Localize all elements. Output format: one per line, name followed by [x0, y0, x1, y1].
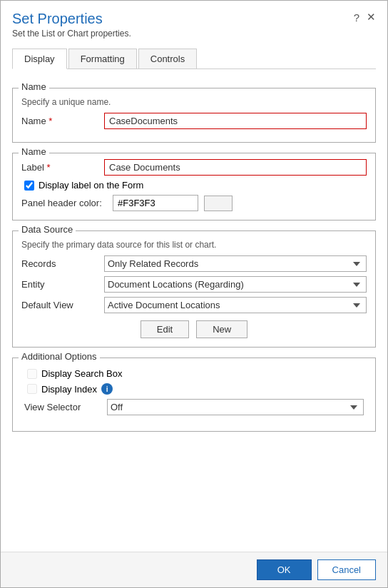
additional-options-section: Additional Options Display Search Box Di…	[12, 358, 376, 432]
dialog-subtitle: Set the List or Chart properties.	[12, 29, 131, 39]
name-label: Name *	[21, 116, 100, 126]
entity-row: Entity Document Locations (Regarding) Ot…	[21, 276, 367, 293]
ok-button[interactable]: OK	[257, 559, 312, 580]
label-label: Label *	[21, 162, 100, 173]
help-button[interactable]: ?	[354, 11, 359, 24]
display-search-box-row: Display Search Box	[27, 368, 364, 379]
header-title-block: Set Properties Set the List or Chart pro…	[12, 11, 131, 39]
set-properties-dialog: Set Properties Set the List or Chart pro…	[0, 0, 388, 588]
data-source-desc: Specify the primary data source for this…	[21, 240, 367, 250]
cancel-button[interactable]: Cancel	[317, 559, 376, 580]
header-actions: ? ✕	[354, 11, 376, 24]
records-label: Records	[21, 258, 100, 269]
label-input[interactable]	[104, 159, 367, 176]
dialog-header: Set Properties Set the List or Chart pro…	[1, 1, 387, 43]
dialog-body: Name Specify a unique name. Name * Name …	[1, 69, 387, 552]
records-select[interactable]: Only Related Records All Record Types	[104, 255, 367, 272]
default-view-select[interactable]: Active Document Locations All Document L…	[104, 297, 367, 313]
display-index-checkbox[interactable]	[27, 384, 37, 394]
label-section: Name Label * Display label on the Form P…	[12, 153, 376, 220]
default-view-label: Default View	[21, 300, 100, 310]
view-selector-label: View Selector	[24, 402, 103, 412]
close-button[interactable]: ✕	[367, 11, 376, 24]
name-input[interactable]	[104, 113, 367, 129]
additional-options-legend: Additional Options	[19, 351, 100, 362]
tab-bar: Display Formatting Controls	[12, 49, 376, 69]
entity-label: Entity	[21, 279, 100, 290]
display-label-text: Display label on the Form	[39, 180, 143, 191]
dialog-title: Set Properties	[12, 11, 131, 27]
records-row: Records Only Related Records All Record …	[21, 255, 367, 272]
tab-controls[interactable]: Controls	[138, 49, 197, 69]
label-row: Label *	[21, 159, 367, 176]
data-source-section: Data Source Specify the primary data sou…	[12, 230, 376, 348]
data-source-legend: Data Source	[19, 224, 76, 235]
label-required-star: *	[44, 162, 51, 173]
display-label-checkbox[interactable]	[24, 181, 34, 191]
label-section-legend: Name	[19, 146, 49, 157]
entity-select[interactable]: Document Locations (Regarding) Other Ent…	[104, 276, 367, 293]
display-label-row: Display label on the Form	[24, 180, 367, 191]
dialog-footer: OK Cancel	[1, 552, 387, 587]
info-icon[interactable]: i	[101, 383, 113, 395]
tab-formatting[interactable]: Formatting	[68, 49, 137, 69]
color-input[interactable]	[113, 195, 198, 211]
data-source-buttons: Edit New	[21, 320, 367, 338]
color-swatch	[204, 196, 233, 211]
display-search-box-checkbox[interactable]	[27, 369, 37, 379]
name-section-1-legend: Name	[19, 81, 49, 92]
tab-display[interactable]: Display	[12, 49, 67, 69]
display-search-box-label: Display Search Box	[41, 368, 122, 379]
view-selector-select[interactable]: Off On Simple	[107, 399, 364, 415]
name-section-1: Name Specify a unique name. Name *	[12, 88, 376, 143]
additional-options-inner: Display Search Box Display Index i View …	[21, 364, 367, 422]
name-row: Name *	[21, 113, 367, 129]
color-label: Panel header color:	[21, 198, 107, 208]
display-index-row: Display Index i	[27, 383, 364, 395]
color-row: Panel header color:	[21, 195, 367, 211]
name-section-1-desc: Specify a unique name.	[21, 97, 367, 107]
view-selector-row: View Selector Off On Simple	[24, 399, 364, 415]
edit-button[interactable]: Edit	[141, 320, 189, 338]
new-button[interactable]: New	[196, 320, 247, 338]
default-view-row: Default View Active Document Locations A…	[21, 297, 367, 313]
display-index-label: Display Index	[41, 384, 97, 395]
name-required-star: *	[46, 116, 53, 126]
